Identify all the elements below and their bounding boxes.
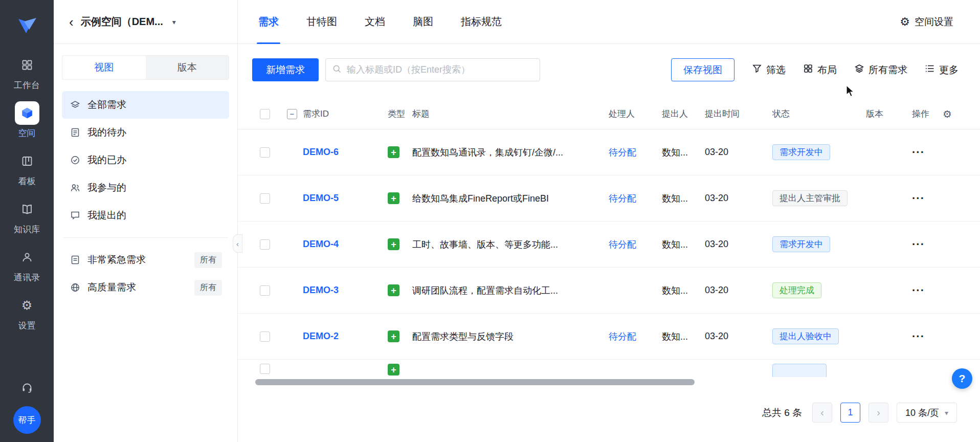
handler-link[interactable]: 待分配	[609, 146, 662, 159]
space-title[interactable]: 示例空间（DEM...	[81, 15, 163, 29]
layout-button[interactable]: 布局	[803, 63, 837, 77]
column-header-type[interactable]: 类型	[388, 108, 412, 120]
helper-button[interactable]: 帮手	[13, 406, 41, 434]
row-actions-button[interactable]: ···	[912, 192, 943, 205]
sidebar-item-my-todo[interactable]: 我的待办	[62, 119, 229, 146]
tab-views[interactable]: 视图	[62, 56, 146, 79]
requirement-type-icon: +	[388, 364, 399, 375]
scrollbar-thumb[interactable]	[255, 379, 695, 385]
row-checkbox[interactable]	[260, 332, 270, 342]
clipped-row: +	[238, 360, 980, 377]
list-icon	[925, 63, 935, 76]
rail-item-settings[interactable]: ⚙ 设置	[15, 294, 39, 332]
column-header-id[interactable]: 需求ID	[303, 108, 388, 120]
space-settings-button[interactable]: ⚙ 空间设置	[900, 15, 953, 29]
row-checkbox[interactable]	[260, 193, 270, 204]
tab-gantt[interactable]: 甘特图	[306, 0, 337, 44]
scope-selector-button[interactable]: 所有需求	[854, 63, 907, 77]
row-actions-button[interactable]: ···	[912, 146, 943, 159]
requirement-type-icon: +	[388, 192, 399, 204]
rail-item-contacts[interactable]: 通讯录	[14, 246, 40, 283]
sidebar-item-participated[interactable]: 我参与的	[62, 174, 229, 202]
collapse-all-button[interactable]: −	[287, 109, 297, 119]
requirement-id-link[interactable]: DEMO-4	[303, 239, 388, 250]
row-actions-button[interactable]: ···	[912, 238, 943, 251]
sidebar-collapse-handle[interactable]: ‹	[233, 234, 242, 253]
horizontal-scrollbar	[255, 379, 980, 385]
rail-label: 设置	[18, 320, 36, 332]
search-input[interactable]	[347, 64, 533, 75]
tab-requirements[interactable]: 需求	[258, 0, 279, 44]
help-button[interactable]: ?	[952, 368, 972, 389]
rail-item-space[interactable]: 空间	[15, 101, 39, 139]
date-cell: 03-20	[705, 147, 772, 158]
date-cell: 03-20	[705, 193, 772, 204]
rail-item-knowledge[interactable]: 知识库	[14, 197, 40, 235]
back-button[interactable]: ‹	[69, 15, 74, 29]
row-checkbox[interactable]	[260, 364, 270, 374]
tab-docs[interactable]: 文档	[365, 0, 385, 44]
column-settings-icon[interactable]: ⚙	[943, 108, 980, 120]
sidebar-header: ‹ 示例空间（DEM... ▾	[54, 0, 237, 44]
page-size-select[interactable]: 10 条/页 ▾	[897, 403, 957, 423]
sidebar-item-all-requirements[interactable]: 全部需求	[62, 91, 229, 119]
requirement-id-link[interactable]: DEMO-3	[303, 285, 388, 296]
column-header-handler[interactable]: 处理人	[609, 108, 662, 120]
row-checkbox[interactable]	[260, 147, 270, 158]
requirement-title[interactable]: 工时、故事墙、版本、等更多功能...	[412, 238, 609, 251]
next-page-button[interactable]: ›	[868, 403, 888, 423]
requirement-type-icon: +	[388, 284, 399, 296]
row-checkbox[interactable]	[260, 239, 270, 250]
row-actions-button[interactable]: ···	[912, 284, 943, 297]
page-size-value: 10 条/页	[905, 407, 939, 419]
gear-icon: ⚙	[15, 294, 39, 317]
page-number[interactable]: 1	[840, 403, 860, 423]
support-headset-icon[interactable]	[21, 382, 33, 396]
requirement-title[interactable]: 配置需求类型与反馈字段	[412, 330, 609, 343]
rail-label: 空间	[18, 127, 36, 139]
more-button[interactable]: 更多	[925, 63, 959, 77]
new-requirement-button[interactable]: 新增需求	[252, 58, 319, 81]
requirement-title[interactable]: 调研团队流程，配置需求自动化工...	[412, 284, 609, 297]
row-checkbox[interactable]	[260, 285, 270, 296]
rail-bottom: 帮手	[13, 382, 41, 434]
proposer-cell: 数知...	[662, 192, 705, 205]
tab-metric-spec[interactable]: 指标规范	[461, 0, 502, 44]
requirement-id-link[interactable]: DEMO-5	[303, 193, 388, 204]
handler-link[interactable]: 待分配	[609, 192, 662, 205]
rail-item-workbench[interactable]: 工作台	[14, 53, 40, 91]
handler-link[interactable]: 待分配	[609, 330, 662, 343]
clipboard-icon	[69, 127, 81, 138]
column-header-title[interactable]: 标题	[412, 108, 609, 120]
scope-badge: 所有	[194, 280, 222, 296]
tab-mindmap[interactable]: 脑图	[413, 0, 433, 44]
column-header-date[interactable]: 提出时间	[705, 108, 772, 120]
sidebar-item-quality-requirements[interactable]: 高质量需求 所有	[62, 274, 229, 301]
space-dropdown-caret-icon[interactable]: ▾	[172, 18, 176, 26]
date-cell: 03-20	[705, 239, 772, 250]
column-header-actions[interactable]: 操作	[912, 108, 943, 120]
requirement-title[interactable]: 配置数知鸟通讯录，集成钉钉/企微/...	[412, 146, 609, 159]
column-header-proposer[interactable]: 提出人	[662, 108, 705, 120]
sidebar-item-my-done[interactable]: 我的已办	[62, 146, 229, 174]
handler-link[interactable]: 待分配	[609, 238, 662, 251]
filter-button[interactable]: 筛选	[752, 63, 786, 77]
select-all-checkbox[interactable]	[260, 109, 270, 119]
requirement-title[interactable]: 给数知鸟集成FineReport或FineBI	[412, 192, 609, 205]
rail-label: 看板	[18, 175, 36, 187]
column-header-status[interactable]: 状态	[772, 108, 866, 120]
column-header-version[interactable]: 版本	[866, 108, 912, 120]
scope-label: 所有需求	[868, 63, 907, 77]
rail-item-kanban[interactable]: 看板	[15, 149, 39, 187]
book-icon	[15, 197, 39, 221]
prev-page-button[interactable]: ‹	[812, 403, 832, 423]
tab-versions[interactable]: 版本	[146, 56, 229, 79]
sidebar-item-label: 全部需求	[87, 98, 126, 112]
requirement-id-link[interactable]: DEMO-2	[303, 331, 388, 342]
row-actions-button[interactable]: ···	[912, 330, 943, 343]
chevron-down-icon: ▾	[945, 409, 948, 417]
requirement-id-link[interactable]: DEMO-6	[303, 147, 388, 158]
save-view-button[interactable]: 保存视图	[671, 58, 734, 81]
sidebar-item-proposed[interactable]: 我提出的	[62, 202, 229, 229]
sidebar-item-urgent-requirements[interactable]: 非常紧急需求 所有	[62, 246, 229, 274]
